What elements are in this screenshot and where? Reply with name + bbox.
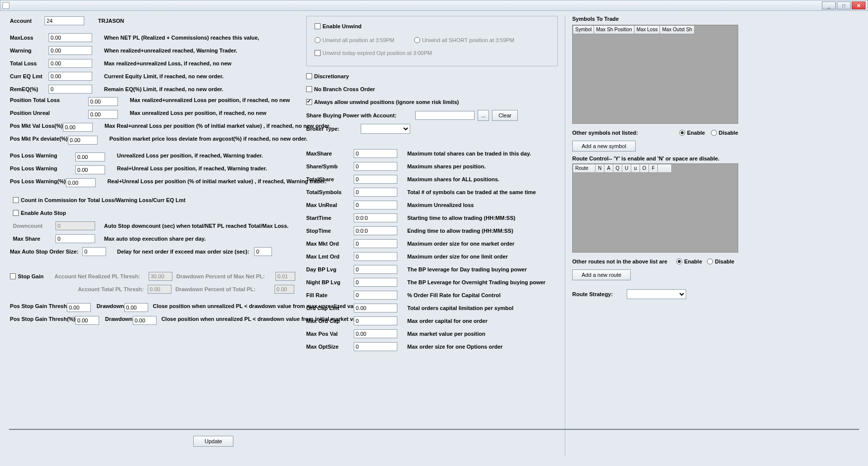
param-input[interactable] bbox=[354, 265, 397, 274]
param-label: Max Lmt Ord bbox=[306, 254, 354, 259]
param-desc: The BP Leverage for Overnight Trading bu… bbox=[407, 279, 558, 285]
field-desc: Real+Unreal Loss per position, if reache… bbox=[117, 165, 299, 171]
routes-column-header[interactable]: u bbox=[631, 164, 640, 173]
field-desc: Max realized+unrealized Loss, if reached… bbox=[104, 60, 299, 66]
routes-column-header[interactable]: A bbox=[604, 164, 613, 173]
dd-tot-input[interactable] bbox=[274, 285, 294, 294]
psgt-input[interactable] bbox=[67, 303, 91, 312]
maxautostop-input[interactable] bbox=[82, 247, 106, 256]
field-input[interactable] bbox=[68, 136, 98, 145]
param-input[interactable] bbox=[354, 213, 397, 222]
unwind-opt-checkbox[interactable] bbox=[315, 50, 321, 56]
delay-input[interactable] bbox=[254, 247, 272, 256]
other-symbols-enable-radio[interactable] bbox=[679, 130, 685, 136]
acct-tot-input[interactable] bbox=[148, 285, 171, 294]
field-input[interactable] bbox=[75, 165, 105, 174]
maxshare-input[interactable] bbox=[55, 234, 95, 243]
field-desc: Max Real+unreal Loss per position (% of … bbox=[105, 123, 330, 129]
unwind-all-radio[interactable] bbox=[315, 37, 321, 43]
field-input[interactable] bbox=[49, 72, 92, 81]
field-label: Total Loss bbox=[10, 60, 49, 66]
field-desc: Unrealized Loss per position, if reached… bbox=[117, 153, 299, 158]
param-label: Night BP Lvg bbox=[306, 279, 354, 285]
param-input[interactable] bbox=[354, 226, 397, 235]
acct-net-input[interactable] bbox=[149, 272, 172, 281]
symbols-column-header[interactable]: Symbol bbox=[573, 25, 594, 34]
param-input[interactable] bbox=[354, 252, 397, 261]
field-desc: Position market price loss deviate from … bbox=[109, 136, 308, 142]
field-input[interactable] bbox=[49, 46, 92, 55]
routes-column-header[interactable]: Route bbox=[573, 164, 596, 173]
field-input[interactable] bbox=[49, 33, 92, 42]
routes-column-header[interactable] bbox=[658, 164, 672, 173]
drawdown-input[interactable] bbox=[124, 303, 148, 312]
downcount-input[interactable] bbox=[55, 221, 95, 230]
maximize-button[interactable]: □ bbox=[837, 1, 851, 9]
symbols-column-header[interactable]: Max Loss bbox=[635, 25, 660, 34]
add-route-button[interactable]: Add a new route bbox=[572, 269, 631, 280]
broker-type-select[interactable] bbox=[361, 124, 410, 134]
count-commission-checkbox[interactable] bbox=[13, 197, 19, 203]
nobranch-checkbox[interactable] bbox=[306, 86, 312, 92]
param-input[interactable] bbox=[354, 175, 397, 184]
field-desc: Remain EQ(%) Limit, if reached, no new o… bbox=[104, 86, 299, 92]
symbols-grid[interactable]: SymbolMax Sh PositionMax LossMax Outst S… bbox=[572, 25, 738, 124]
param-input[interactable] bbox=[354, 162, 397, 171]
param-input[interactable] bbox=[354, 316, 397, 325]
param-input[interactable] bbox=[354, 188, 397, 197]
param-input[interactable] bbox=[354, 329, 397, 338]
param-desc: Maximum shares for ALL positions. bbox=[407, 176, 558, 182]
field-input[interactable] bbox=[66, 178, 96, 187]
add-symbol-button[interactable]: Add a new symbol bbox=[572, 141, 636, 152]
param-label: MaxShare bbox=[306, 151, 354, 156]
routes-column-header[interactable]: Q bbox=[613, 164, 622, 173]
other-routes-enable-radio[interactable] bbox=[676, 259, 682, 264]
field-input[interactable] bbox=[63, 123, 93, 132]
param-label: Max OptSize bbox=[306, 344, 354, 350]
other-routes-disable-radio[interactable] bbox=[707, 259, 713, 264]
symbols-column-header[interactable]: Max Outst Sh bbox=[660, 25, 695, 34]
stopgain-checkbox[interactable] bbox=[10, 273, 16, 279]
update-button[interactable]: Update bbox=[193, 436, 233, 447]
psgt-input[interactable] bbox=[75, 316, 99, 325]
field-input[interactable] bbox=[75, 153, 105, 161]
minimize-button[interactable]: _ bbox=[822, 1, 836, 9]
enable-autostop-checkbox[interactable] bbox=[13, 210, 19, 216]
field-input[interactable] bbox=[49, 59, 92, 68]
routes-column-header[interactable]: F bbox=[649, 164, 658, 173]
routes-column-header[interactable]: U bbox=[622, 164, 631, 173]
field-input[interactable] bbox=[88, 97, 118, 106]
param-label: Max Ord Cap bbox=[306, 318, 354, 324]
field-input[interactable] bbox=[49, 85, 92, 94]
other-symbols-disable-radio[interactable] bbox=[711, 130, 717, 136]
close-button[interactable]: ✕ bbox=[852, 1, 866, 9]
routes-grid[interactable]: RouteNAQUuOF bbox=[572, 163, 738, 253]
param-input[interactable] bbox=[354, 239, 397, 248]
window-icon bbox=[2, 2, 9, 9]
unwind-short-radio[interactable] bbox=[414, 37, 420, 43]
field-input[interactable] bbox=[88, 110, 118, 119]
route-strategy-select[interactable] bbox=[627, 289, 686, 299]
discretionary-checkbox[interactable] bbox=[306, 73, 312, 79]
enable-unwind-checkbox[interactable] bbox=[315, 23, 321, 29]
param-desc: Total orders capital limitation per symb… bbox=[407, 305, 558, 311]
param-input[interactable] bbox=[354, 201, 397, 209]
share-bp-clear-button[interactable]: Clear bbox=[492, 110, 518, 121]
param-input[interactable] bbox=[354, 291, 397, 300]
param-input[interactable] bbox=[354, 149, 397, 158]
param-input[interactable] bbox=[354, 342, 397, 351]
account-input[interactable] bbox=[45, 16, 84, 25]
account-label: Account bbox=[10, 18, 45, 24]
share-bp-input[interactable] bbox=[415, 111, 475, 120]
drawdown-input[interactable] bbox=[133, 316, 157, 325]
dd-maxnet-input[interactable] bbox=[275, 272, 295, 281]
symbols-column-header[interactable]: Max Sh Position bbox=[594, 25, 634, 34]
routes-column-header[interactable]: N bbox=[596, 164, 604, 173]
param-desc: Max order capital for one order bbox=[407, 318, 558, 324]
param-input[interactable] bbox=[354, 304, 397, 312]
always-unwind-checkbox[interactable] bbox=[306, 99, 312, 105]
routes-column-header[interactable]: O bbox=[640, 164, 649, 173]
param-input[interactable] bbox=[354, 278, 397, 287]
share-bp-browse-button[interactable]: ... bbox=[478, 110, 489, 121]
param-desc: The BP leverage for Day trading buying p… bbox=[407, 266, 558, 272]
